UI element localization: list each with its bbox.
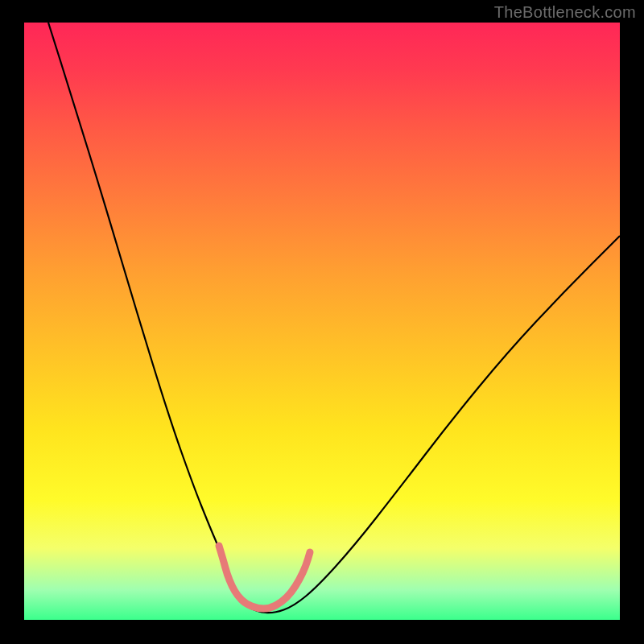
chart-root: TheBottleneck.com (0, 0, 644, 644)
watermark-text: TheBottleneck.com (494, 3, 636, 22)
black-curve (48, 23, 620, 613)
salmon-trough (219, 546, 310, 609)
plot-area (24, 23, 620, 620)
curve-svg (24, 23, 620, 620)
